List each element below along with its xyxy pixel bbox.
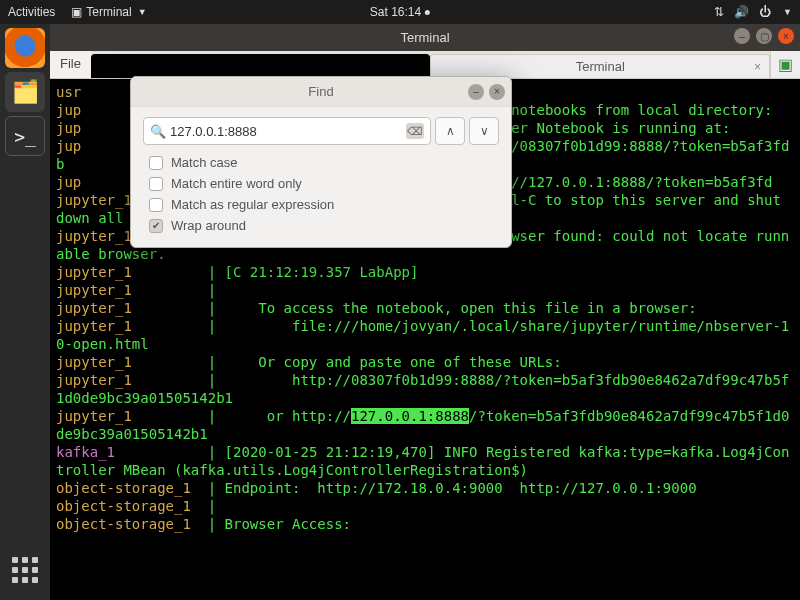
- window-maximize[interactable]: ▢: [756, 28, 772, 44]
- tab-active[interactable]: [91, 54, 431, 78]
- tab-strip: Terminal ×: [91, 51, 770, 78]
- checkbox-icon: ✔: [149, 219, 163, 233]
- tab-terminal[interactable]: Terminal ×: [430, 54, 770, 78]
- opt-match-case[interactable]: Match case: [149, 155, 499, 170]
- checkbox-icon: [149, 156, 163, 170]
- search-icon: 🔍: [150, 124, 166, 139]
- opt-label: Match as regular expression: [171, 197, 334, 212]
- dock-firefox[interactable]: [5, 28, 45, 68]
- find-title-label: Find: [308, 84, 333, 99]
- find-input[interactable]: [170, 124, 406, 139]
- opt-label: Match entire word only: [171, 176, 302, 191]
- network-icon[interactable]: ⇅: [714, 5, 724, 19]
- find-next[interactable]: ∨: [469, 117, 499, 145]
- find-minimize[interactable]: –: [468, 84, 484, 100]
- find-searchbox[interactable]: 🔍 ⌫: [143, 117, 431, 145]
- checkbox-icon: [149, 177, 163, 191]
- tab-close-icon[interactable]: ×: [754, 60, 761, 74]
- tab-label: Terminal: [576, 59, 625, 74]
- app-menu[interactable]: ▣ Terminal ▼: [71, 5, 146, 19]
- terminal-icon: ▣: [71, 5, 82, 19]
- window-title: Terminal: [400, 30, 449, 45]
- dock-files[interactable]: 🗂️: [5, 72, 45, 112]
- opt-wrap[interactable]: ✔Wrap around: [149, 218, 499, 233]
- chevron-down-icon[interactable]: ▼: [783, 7, 792, 17]
- gnome-topbar: Activities ▣ Terminal ▼ Sat 16:14 ⇅ 🔊 ⏻ …: [0, 0, 800, 24]
- find-dialog: Find – × 🔍 ⌫ ∧ ∨ Match case Match entire…: [130, 76, 512, 248]
- activities-button[interactable]: Activities: [8, 5, 55, 19]
- app-menu-label: Terminal: [86, 5, 131, 19]
- checkbox-icon: [149, 198, 163, 212]
- find-close[interactable]: ×: [489, 84, 505, 100]
- clock[interactable]: Sat 16:14: [370, 5, 430, 19]
- volume-icon[interactable]: 🔊: [734, 5, 749, 19]
- opt-label: Wrap around: [171, 218, 246, 233]
- opt-label: Match case: [171, 155, 237, 170]
- menu-file[interactable]: File: [50, 51, 91, 78]
- window-titlebar[interactable]: Terminal – ▢ ×: [50, 24, 800, 51]
- window-close[interactable]: ×: [778, 28, 794, 44]
- show-applications[interactable]: [5, 550, 45, 590]
- new-tab-button[interactable]: ▣: [770, 51, 800, 78]
- opt-regex[interactable]: Match as regular expression: [149, 197, 499, 212]
- power-icon[interactable]: ⏻: [759, 5, 771, 19]
- clock-dot-icon: [425, 10, 430, 15]
- find-titlebar[interactable]: Find – ×: [131, 77, 511, 107]
- workspace: Terminal – ▢ × File Terminal × ▣ usrjup …: [50, 24, 800, 600]
- opt-whole-word[interactable]: Match entire word only: [149, 176, 499, 191]
- find-prev[interactable]: ∧: [435, 117, 465, 145]
- terminal-toolbar: File Terminal × ▣: [50, 51, 800, 79]
- clock-label: Sat 16:14: [370, 5, 421, 19]
- dock-terminal[interactable]: >_: [5, 116, 45, 156]
- dock: 🗂️ >_: [0, 24, 50, 600]
- clear-icon[interactable]: ⌫: [406, 123, 424, 139]
- window-minimize[interactable]: –: [734, 28, 750, 44]
- chevron-down-icon: ▼: [138, 7, 147, 17]
